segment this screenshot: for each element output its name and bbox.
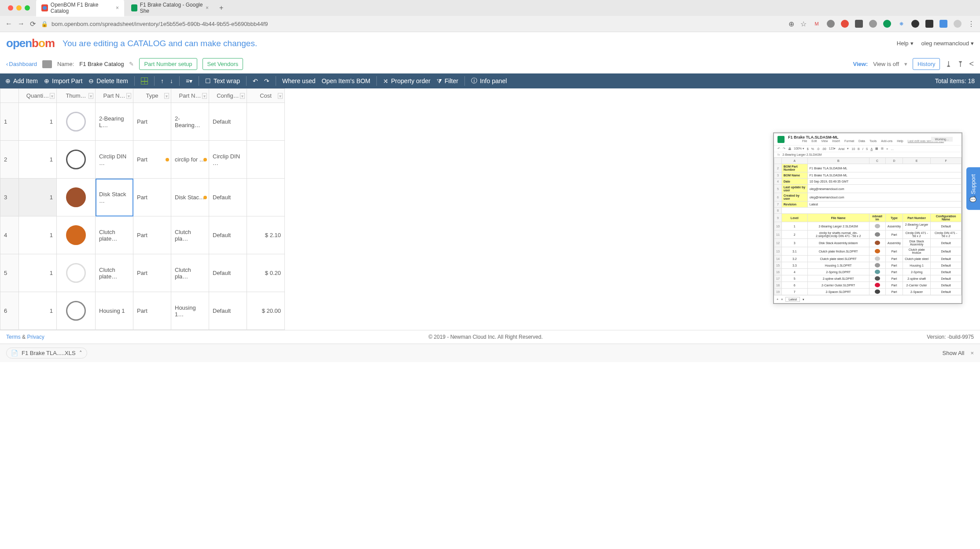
qty-cell[interactable]: 1 [19,103,57,141]
cost-cell[interactable] [247,179,285,216]
download-chip[interactable]: 📄 F1 Brake TLA.....XLS ˄ [6,348,87,359]
pn-cell[interactable]: Clutch pla… [171,254,209,292]
pn-cell[interactable]: 2-Bearing… [171,103,209,141]
download-icon[interactable]: ⤓ [945,59,952,69]
row-number[interactable]: 5 [0,254,19,292]
dashboard-link[interactable]: ‹ Dashboard [6,61,37,67]
pn-cell[interactable]: Housing 1… [171,292,209,330]
name-cell[interactable]: Clutch plate… [96,254,133,292]
open-item-bom-button[interactable]: Open Item's BOM [321,77,370,84]
history-button[interactable]: History [913,58,940,70]
thumb-cell[interactable] [57,141,96,179]
undo-button[interactable]: ↶ [253,77,258,84]
thumb-cell[interactable] [57,103,96,141]
sheets-menu-item[interactable]: Data [858,139,865,143]
sheets-menu-item[interactable]: File [802,139,807,143]
thumb-cell[interactable] [57,216,96,254]
sheets-menu-item[interactable]: Insert [832,139,840,143]
qty-cell[interactable]: 1 [19,254,57,292]
cfg-cell[interactable]: Default [209,216,247,254]
cost-cell[interactable]: $ 2.10 [247,216,285,254]
close-tab-icon[interactable]: × [116,5,119,11]
avatar-icon[interactable] [954,20,962,28]
cfg-cell[interactable]: Default [209,179,247,216]
ext-icon[interactable] [827,20,835,28]
column-header[interactable]: Cost▾ [247,89,285,103]
ext-icon[interactable]: ❋ [897,20,905,28]
column-header[interactable]: Quanti…▾ [19,89,57,103]
align-button[interactable]: ≡▾ [186,77,192,84]
sheets-menu-item[interactable]: Format [844,139,854,143]
cfg-cell[interactable]: Circlip DIN … [209,141,247,179]
name-cell[interactable]: Housing 1 [96,292,133,330]
terms-link[interactable]: Terms [6,334,21,340]
type-cell[interactable]: Part [133,216,171,254]
ext-icon[interactable] [869,20,877,28]
info-panel-button[interactable]: ⓘ Info panel [471,77,507,85]
move-up-button[interactable]: ↑ [161,77,164,84]
ext-icon[interactable] [925,20,933,28]
cost-cell[interactable]: $ 20.00 [247,292,285,330]
zoom-icon[interactable]: ⊕ [788,20,794,28]
add-item-button[interactable]: ⊕ Add Item [5,77,38,84]
sheets-menu-item[interactable]: Edit [811,139,817,143]
cost-cell[interactable] [247,141,285,179]
part-number-setup-button[interactable]: Part Number setup [139,58,197,70]
text-wrap-toggle[interactable]: ☐ Text wrap [205,77,240,84]
bookmark-icon[interactable]: ☆ [800,20,807,28]
openbom-logo[interactable]: openbom [6,37,55,50]
upload-icon[interactable]: ⤒ [957,59,964,69]
delete-item-button[interactable]: ⊖ Delete Item [88,77,128,84]
type-cell[interactable]: Part [133,254,171,292]
cfg-cell[interactable]: Default [209,103,247,141]
type-cell[interactable]: Part [133,179,171,216]
sheets-menu-item[interactable]: Add-ons [881,139,892,143]
support-tab[interactable]: 💬 Support [966,167,980,210]
qty-cell[interactable]: 1 [19,292,57,330]
share-icon[interactable]: < [969,59,974,69]
privacy-link[interactable]: Privacy [27,334,44,340]
ext-icon[interactable] [939,20,947,28]
sheets-menu-item[interactable]: Tools [869,139,877,143]
back-button[interactable]: ← [5,20,12,28]
redo-button[interactable]: ↷ [264,77,269,84]
thumb-cell[interactable] [57,254,96,292]
qty-cell[interactable]: 1 [19,216,57,254]
move-down-button[interactable]: ↓ [170,77,173,84]
set-vendors-button[interactable]: Set Vendors [203,58,243,70]
row-number[interactable]: 4 [0,216,19,254]
filter-button[interactable]: ⧩ Filter [437,77,458,85]
reload-button[interactable]: ⟳ [30,20,36,28]
pn-cell[interactable]: Disk Stac… [171,179,209,216]
minimize-window-button[interactable] [16,5,22,11]
row-number[interactable]: 6 [0,292,19,330]
thumb-cell[interactable] [57,292,96,330]
gmail-ext-icon[interactable]: M [813,20,821,28]
qty-cell[interactable]: 1 [19,179,57,216]
cost-cell[interactable]: $ 0.20 [247,254,285,292]
ext-icon[interactable] [883,20,891,28]
row-number[interactable]: 2 [0,141,19,179]
cfg-cell[interactable]: Default [209,254,247,292]
ext-icon[interactable] [855,20,863,28]
show-all-button[interactable]: Show All [943,350,965,356]
close-download-bar[interactable]: × [970,350,974,356]
where-used-button[interactable]: Where used [282,77,315,84]
forward-button[interactable]: → [18,20,25,28]
ext-icon[interactable] [911,20,919,28]
row-number[interactable]: 1 [0,103,19,141]
name-cell[interactable]: Disk Stack … [96,179,133,216]
row-number[interactable]: 3 [0,179,19,216]
cost-cell[interactable] [247,103,285,141]
property-order-button[interactable]: ⤨ Property order [383,77,430,84]
help-menu[interactable]: Help ▾ [897,40,914,47]
name-cell[interactable]: Circlip DIN … [96,141,133,179]
pn-cell[interactable]: Clutch pla… [171,216,209,254]
name-cell[interactable]: 2-Bearing L… [96,103,133,141]
column-header[interactable]: Config…▾ [209,89,247,103]
menu-icon[interactable]: ⋮ [968,20,975,28]
name-cell[interactable]: Clutch plate… [96,216,133,254]
column-header[interactable]: Part N…▾ [171,89,209,103]
image-icon[interactable] [42,60,52,68]
type-cell[interactable]: Part [133,103,171,141]
